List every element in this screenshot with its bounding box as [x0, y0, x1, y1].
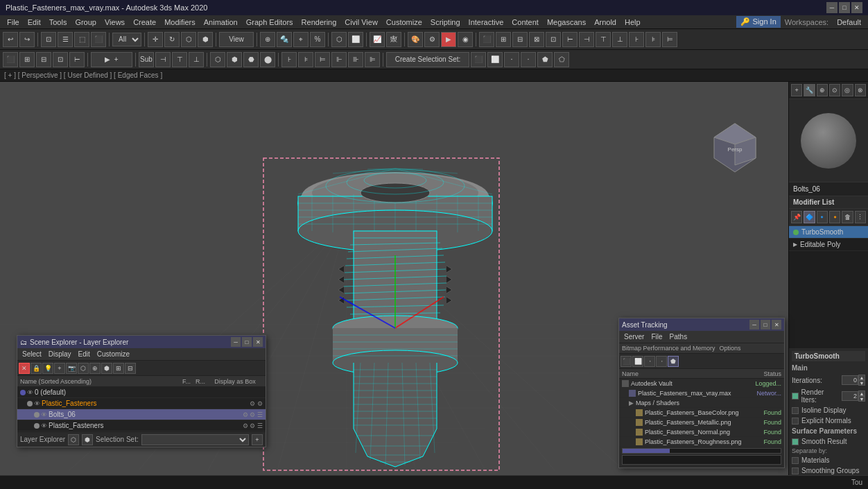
mod-delete[interactable]: 🗑 — [842, 211, 853, 223]
active-shade-button[interactable]: ◉ — [458, 32, 473, 47]
select-by-name-button[interactable]: ☰ — [58, 32, 73, 47]
display-tab[interactable]: ◎ — [842, 84, 853, 96]
t2-btn9[interactable]: ⊥ — [189, 52, 204, 67]
angle-snap-button[interactable]: ⌖ — [293, 32, 309, 47]
menu-rendering[interactable]: Rendering — [297, 17, 341, 28]
align-button[interactable]: ⬜ — [348, 32, 363, 47]
ts-render-iters-spinbox[interactable]: ▲ ▼ — [842, 391, 865, 402]
at-menu-server[interactable]: Server — [620, 332, 648, 341]
mod-tab2[interactable]: 🔹 — [817, 211, 828, 223]
se-helper-btn[interactable]: ⊕ — [89, 363, 101, 374]
more-btn5[interactable]: ⊡ — [546, 32, 561, 47]
t2-btn12[interactable]: ⬣ — [243, 52, 259, 67]
at-btn1[interactable]: ⬛ — [620, 356, 632, 367]
curve-editor-button[interactable]: 📈 — [370, 32, 385, 47]
at-btn3[interactable]: ⬝ — [644, 356, 655, 367]
more-btn1[interactable]: ⬛ — [479, 32, 494, 47]
se-menu-customize[interactable]: Customize — [94, 350, 133, 359]
menu-graph-editors[interactable]: Graph Editors — [242, 17, 297, 28]
t2-btn17[interactable]: ⊩ — [331, 52, 347, 67]
t2-btn5[interactable]: ⊢ — [69, 52, 85, 67]
ts-iterations-spinbox[interactable]: ▲ ▼ — [842, 375, 865, 386]
more-btn10[interactable]: ⊦ — [629, 32, 644, 47]
more-btn4[interactable]: ⊠ — [529, 32, 544, 47]
modifier-editable-poly[interactable]: ▶ Editable Poly — [789, 239, 868, 251]
menu-megascans[interactable]: Megascans — [543, 17, 590, 28]
se-row-plastic-fasteners-obj[interactable]: 👁 Plastic_Fasteners ⚙ ⚙ ☰ — [17, 420, 266, 431]
t2-btn15[interactable]: ⊧ — [298, 52, 313, 67]
filter-dropdown[interactable]: All — [112, 33, 141, 46]
se-add-btn[interactable]: + — [54, 363, 65, 374]
pivot-button[interactable]: ⊕ — [260, 32, 275, 47]
se-restore[interactable]: □ — [242, 337, 252, 347]
se-close-btn[interactable]: ✕ — [19, 363, 30, 374]
render-button[interactable]: ▶ — [441, 32, 456, 47]
motion-tab[interactable]: ⊙ — [829, 84, 840, 96]
se-footer-btn1[interactable]: ⬡ — [68, 434, 79, 445]
at-path-input[interactable] — [622, 455, 781, 465]
pin-button[interactable]: 📌 — [791, 211, 802, 223]
at-row-file[interactable]: Plastic_Fasteners_max_vray.max Networ... — [619, 388, 784, 398]
se-close[interactable]: ✕ — [253, 337, 263, 347]
t2-btn20[interactable]: Create Selection Set: — [386, 52, 469, 67]
mod-tab3[interactable]: 🔸 — [829, 211, 840, 223]
se-camera-btn[interactable]: 📷 — [66, 363, 77, 374]
rotate-button[interactable]: ↻ — [164, 32, 180, 47]
ts-render-iters-input[interactable] — [842, 391, 858, 401]
menu-views[interactable]: Views — [101, 17, 129, 28]
at-bitmap-menu[interactable]: Bitmap Performance and Memory — [622, 345, 715, 352]
ts-explicit-normals-checkbox[interactable] — [792, 418, 799, 424]
schematic-button[interactable]: 🕸 — [386, 32, 401, 47]
maximize-button[interactable]: □ — [839, 2, 850, 13]
t2-btn25[interactable]: ⬟ — [537, 52, 553, 67]
ts-isoline-checkbox[interactable] — [792, 407, 799, 414]
mirror-button[interactable]: ⬡ — [331, 32, 347, 47]
menu-interactive[interactable]: Interactive — [465, 17, 508, 28]
minimize-button[interactable]: ─ — [826, 2, 837, 13]
t2-btn11[interactable]: ⬢ — [227, 52, 242, 67]
at-menu-paths[interactable]: Paths — [666, 332, 691, 341]
se-menu-select[interactable]: Select — [19, 350, 45, 359]
se-footer-btn2[interactable]: ⬢ — [82, 434, 93, 445]
at-menu-file[interactable]: File — [648, 332, 666, 341]
at-btn5[interactable]: ⬟ — [668, 356, 679, 367]
ts-render-iters-checkbox[interactable] — [792, 393, 799, 400]
ts-iterations-input[interactable] — [842, 375, 858, 385]
menu-civil-view[interactable]: Civil View — [340, 17, 381, 28]
t2-btn21[interactable]: ⬛ — [471, 52, 486, 67]
menu-tools[interactable]: Tools — [45, 17, 71, 28]
at-row-basecolor[interactable]: Plastic_Fasteners_BaseColor.png Found — [619, 408, 784, 418]
se-row-plastic-fasteners[interactable]: 👁 Plastic_Fasteners ⚙ ⚙ — [17, 398, 266, 409]
at-minimize[interactable]: ─ — [749, 320, 759, 329]
more-btn8[interactable]: ⊤ — [596, 32, 611, 47]
se-add-selection-btn[interactable]: + — [252, 434, 263, 445]
redo-button[interactable]: ↪ — [19, 32, 35, 47]
select-region-button[interactable]: ⬚ — [74, 32, 89, 47]
t2-btn13[interactable]: ⬤ — [260, 52, 275, 67]
t2-btn26[interactable]: ⬠ — [554, 52, 569, 67]
modifier-turbosmooth[interactable]: TurboSmooth — [789, 226, 868, 239]
select-object-button[interactable]: ⊡ — [41, 32, 56, 47]
se-lock-btn[interactable]: 🔒 — [31, 363, 42, 374]
at-btn4[interactable]: ⬞ — [656, 356, 667, 367]
t2-btn22[interactable]: ⬜ — [487, 52, 503, 67]
at-row-normal[interactable]: Plastic_Fasteners_Normal.png Found — [619, 427, 784, 437]
create-tab[interactable]: + — [791, 84, 802, 96]
hierarchy-tab[interactable]: ⊕ — [817, 84, 828, 96]
more-btn6[interactable]: ⊢ — [562, 32, 578, 47]
menu-customize[interactable]: Customize — [382, 17, 426, 28]
t2-btn24[interactable]: ⬞ — [521, 52, 536, 67]
ts-smoothing-groups-checkbox[interactable] — [792, 467, 799, 474]
ts-render-iters-down[interactable]: ▼ — [858, 396, 865, 402]
se-geo-btn[interactable]: ⬡ — [78, 363, 89, 374]
t2-btn10[interactable]: ⬡ — [210, 52, 225, 67]
render-setup-button[interactable]: ⚙ — [424, 32, 440, 47]
sign-in-button[interactable]: 🔑 Sign In — [736, 16, 780, 28]
ts-smooth-result-checkbox[interactable] — [792, 438, 799, 445]
percent-snap-button[interactable]: % — [310, 32, 325, 47]
se-shape-btn[interactable]: ⬢ — [101, 363, 112, 374]
t2-btn16[interactable]: ⊨ — [315, 52, 330, 67]
ts-iterations-down[interactable]: ▼ — [858, 380, 865, 386]
t2-btn1[interactable]: ⬛ — [3, 52, 18, 67]
more-btn2[interactable]: ⊞ — [496, 32, 511, 47]
